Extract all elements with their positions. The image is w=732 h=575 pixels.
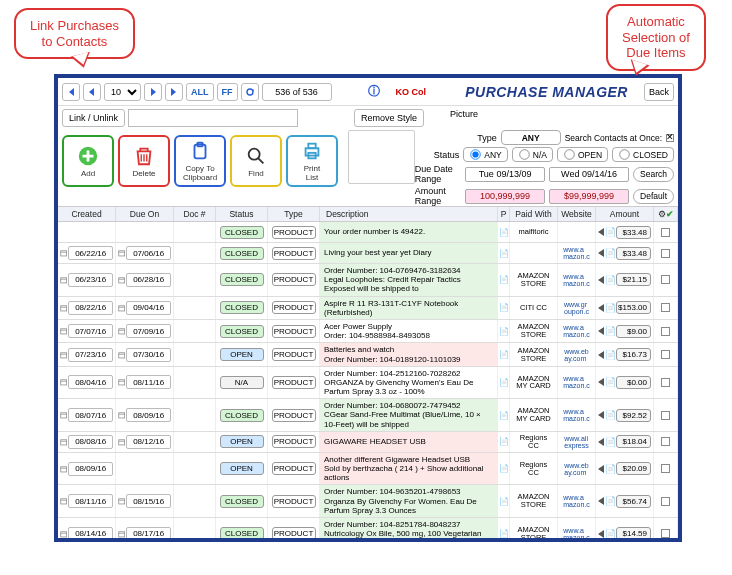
- table-row[interactable]: 08/22/1609/04/16CLOSEDPRODUCTAspire R 11…: [58, 297, 678, 320]
- status-closed[interactable]: CLOSED: [612, 147, 674, 162]
- row-checkbox[interactable]: [661, 529, 670, 538]
- cell-p[interactable]: 📄: [498, 518, 510, 542]
- page-size-select[interactable]: 10: [104, 83, 141, 101]
- back-button[interactable]: Back: [644, 83, 674, 101]
- cell-status[interactable]: OPEN: [216, 343, 268, 365]
- due-to[interactable]: [549, 167, 629, 182]
- cell-website[interactable]: www.a mazon.c: [558, 367, 596, 399]
- cell-actions[interactable]: [654, 399, 678, 431]
- col-due[interactable]: Due On: [116, 207, 174, 221]
- cell-type[interactable]: PRODUCT: [268, 264, 320, 296]
- col-check[interactable]: ⚙✔: [654, 207, 678, 221]
- cell-status[interactable]: OPEN: [216, 453, 268, 485]
- row-checkbox[interactable]: [661, 497, 670, 506]
- table-row[interactable]: 08/07/1608/09/16CLOSEDPRODUCTOrder Numbe…: [58, 399, 678, 432]
- cell-p[interactable]: 📄: [498, 453, 510, 485]
- col-p[interactable]: P: [498, 207, 510, 221]
- col-type[interactable]: Type: [268, 207, 320, 221]
- refresh-button[interactable]: [241, 83, 259, 101]
- cell-description[interactable]: Order Number: 104-2512160-7028262 ORGANZ…: [320, 367, 498, 399]
- search-at-once-checkbox[interactable]: ✕: [666, 134, 674, 142]
- cell-type[interactable]: PRODUCT: [268, 399, 320, 431]
- cell-website[interactable]: www.a mazon.c: [558, 320, 596, 342]
- amount-to[interactable]: [549, 189, 629, 204]
- table-row[interactable]: 08/14/1608/17/16CLOSEDPRODUCTOrder Numbe…: [58, 518, 678, 542]
- row-checkbox[interactable]: [661, 327, 670, 336]
- table-row[interactable]: 07/07/1607/09/16CLOSEDPRODUCTAcer Power …: [58, 320, 678, 343]
- cell-type[interactable]: PRODUCT: [268, 320, 320, 342]
- cell-p[interactable]: 📄: [498, 399, 510, 431]
- cell-website[interactable]: www.eb ay.com: [558, 343, 596, 365]
- link-input[interactable]: [128, 109, 298, 127]
- row-checkbox[interactable]: [661, 437, 670, 446]
- col-doc[interactable]: Doc #: [174, 207, 216, 221]
- cell-actions[interactable]: [654, 243, 678, 263]
- col-status[interactable]: Status: [216, 207, 268, 221]
- cell-website[interactable]: [558, 222, 596, 242]
- cell-status[interactable]: CLOSED: [216, 243, 268, 263]
- row-checkbox[interactable]: [661, 249, 670, 258]
- table-row[interactable]: 07/23/1607/30/16OPENPRODUCTBatteries and…: [58, 343, 678, 366]
- all-button[interactable]: ALL: [186, 83, 214, 101]
- add-button[interactable]: Add: [62, 135, 114, 187]
- cell-type[interactable]: PRODUCT: [268, 518, 320, 542]
- cell-description[interactable]: Acer Power Supply Order: 104-9588984-849…: [320, 320, 498, 342]
- table-row[interactable]: 06/22/1607/06/16CLOSEDPRODUCTLiving your…: [58, 243, 678, 264]
- cell-actions[interactable]: [654, 343, 678, 365]
- cell-description[interactable]: Order Number: 104-9635201-4798653 Organz…: [320, 485, 498, 517]
- cell-website[interactable]: www.a mazon.c: [558, 518, 596, 542]
- nav-last[interactable]: [165, 83, 183, 101]
- search-button[interactable]: Search: [633, 167, 674, 182]
- cell-website[interactable]: www.a mazon.c: [558, 264, 596, 296]
- cell-description[interactable]: Order Number: 104-0769476-3182634 Legal …: [320, 264, 498, 296]
- cell-p[interactable]: 📄: [498, 432, 510, 452]
- table-row[interactable]: 08/04/1608/11/16N/APRODUCTOrder Number: …: [58, 367, 678, 400]
- print-list-button[interactable]: Print List: [286, 135, 338, 187]
- cell-status[interactable]: CLOSED: [216, 222, 268, 242]
- nav-first[interactable]: [62, 83, 80, 101]
- nav-prev[interactable]: [83, 83, 101, 101]
- cell-status[interactable]: N/A: [216, 367, 268, 399]
- remove-style-button[interactable]: Remove Style: [354, 109, 424, 127]
- table-row[interactable]: 08/09/16OPENPRODUCTAnother different Gig…: [58, 453, 678, 486]
- cell-status[interactable]: OPEN: [216, 432, 268, 452]
- info-icon[interactable]: ⓘ: [368, 83, 380, 100]
- cell-actions[interactable]: [654, 222, 678, 242]
- cell-status[interactable]: CLOSED: [216, 485, 268, 517]
- cell-website[interactable]: www.a mazon.c: [558, 485, 596, 517]
- table-row[interactable]: 08/11/1608/15/16CLOSEDPRODUCTOrder Numbe…: [58, 485, 678, 518]
- cell-actions[interactable]: [654, 453, 678, 485]
- cell-type[interactable]: PRODUCT: [268, 432, 320, 452]
- cell-type[interactable]: PRODUCT: [268, 485, 320, 517]
- delete-button[interactable]: Delete: [118, 135, 170, 187]
- col-amount[interactable]: Amount: [596, 207, 654, 221]
- cell-description[interactable]: Batteries and watch Order Number: 104-01…: [320, 343, 498, 365]
- cell-actions[interactable]: [654, 367, 678, 399]
- cell-p[interactable]: 📄: [498, 297, 510, 319]
- row-checkbox[interactable]: [661, 411, 670, 420]
- cell-website[interactable]: www.gr oupon.c: [558, 297, 596, 319]
- row-checkbox[interactable]: [661, 378, 670, 387]
- col-created[interactable]: Created: [58, 207, 116, 221]
- cell-type[interactable]: PRODUCT: [268, 243, 320, 263]
- table-row[interactable]: CLOSEDPRODUCTYour order number is 49422.…: [58, 222, 678, 243]
- table-row[interactable]: 06/23/1606/28/16CLOSEDPRODUCTOrder Numbe…: [58, 264, 678, 297]
- cell-actions[interactable]: [654, 518, 678, 542]
- cell-status[interactable]: CLOSED: [216, 297, 268, 319]
- ff-button[interactable]: FF: [217, 83, 238, 101]
- copy-clipboard-button[interactable]: Copy To Clipboard: [174, 135, 226, 187]
- row-checkbox[interactable]: [661, 303, 670, 312]
- cell-p[interactable]: 📄: [498, 485, 510, 517]
- cell-website[interactable]: www.eb ay.com: [558, 453, 596, 485]
- status-any[interactable]: ANY: [463, 147, 507, 162]
- find-button[interactable]: Find: [230, 135, 282, 187]
- cell-website[interactable]: www.ali express: [558, 432, 596, 452]
- cell-actions[interactable]: [654, 297, 678, 319]
- type-value[interactable]: ANY: [501, 130, 561, 145]
- table-row[interactable]: 08/08/1608/12/16OPENPRODUCTGIGAWARE HEAD…: [58, 432, 678, 453]
- cell-actions[interactable]: [654, 320, 678, 342]
- cell-status[interactable]: CLOSED: [216, 399, 268, 431]
- cell-p[interactable]: 📄: [498, 243, 510, 263]
- cell-p[interactable]: 📄: [498, 343, 510, 365]
- cell-p[interactable]: 📄: [498, 320, 510, 342]
